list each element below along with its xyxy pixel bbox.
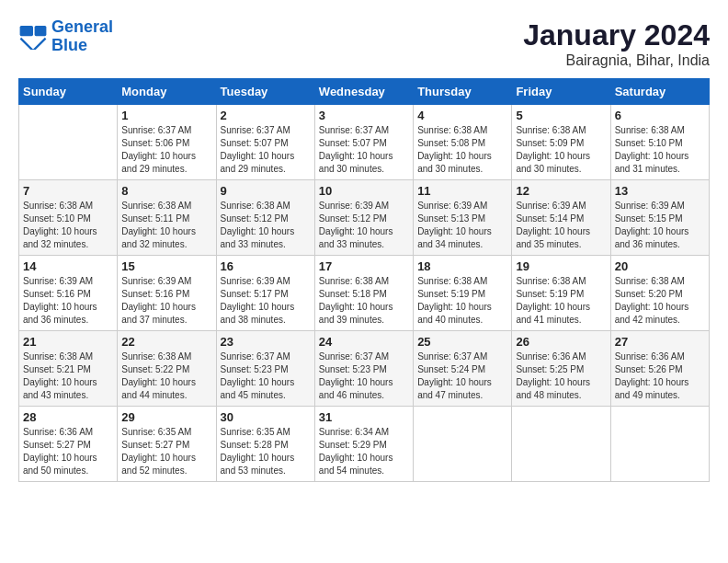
day-info: Sunrise: 6:38 AM Sunset: 5:10 PM Dayligh… [615,124,705,176]
day-number: 2 [221,109,311,122]
header-sunday: Sunday [19,79,118,105]
day-number: 8 [121,184,211,198]
calendar-cell: 6Sunrise: 6:38 AM Sunset: 5:10 PM Daylig… [610,105,709,180]
calendar-cell: 4Sunrise: 6:38 AM Sunset: 5:08 PM Daylig… [414,105,512,180]
day-number: 31 [319,410,409,424]
calendar-week-3: 14Sunrise: 6:39 AM Sunset: 5:16 PM Dayli… [19,256,710,331]
day-info: Sunrise: 6:36 AM Sunset: 5:27 PM Dayligh… [23,426,113,477]
day-info: Sunrise: 6:34 AM Sunset: 5:29 PM Dayligh… [319,426,409,477]
day-number: 5 [516,109,606,122]
header-wednesday: Wednesday [314,79,413,105]
day-number: 26 [516,335,606,349]
calendar-body: 1Sunrise: 6:37 AM Sunset: 5:06 PM Daylig… [19,105,710,482]
day-number: 15 [121,259,211,273]
day-number: 16 [221,259,311,273]
day-number: 25 [417,335,507,349]
day-number: 4 [417,109,507,122]
day-number: 28 [23,410,113,424]
calendar-cell [19,105,118,180]
day-info: Sunrise: 6:38 AM Sunset: 5:12 PM Dayligh… [221,200,311,251]
calendar-cell: 13Sunrise: 6:39 AM Sunset: 5:15 PM Dayli… [610,180,709,256]
calendar-cell: 28Sunrise: 6:36 AM Sunset: 5:27 PM Dayli… [19,407,118,482]
calendar-cell: 5Sunrise: 6:38 AM Sunset: 5:09 PM Daylig… [512,105,610,180]
calendar-cell: 27Sunrise: 6:36 AM Sunset: 5:26 PM Dayli… [610,331,709,407]
day-info: Sunrise: 6:37 AM Sunset: 5:07 PM Dayligh… [319,124,409,176]
calendar-week-2: 7Sunrise: 6:38 AM Sunset: 5:10 PM Daylig… [19,180,710,256]
header-thursday: Thursday [414,79,512,105]
day-number: 12 [516,184,606,198]
day-info: Sunrise: 6:38 AM Sunset: 5:10 PM Dayligh… [23,200,113,251]
day-number: 14 [23,259,113,273]
calendar-cell: 16Sunrise: 6:39 AM Sunset: 5:17 PM Dayli… [216,256,314,331]
day-info: Sunrise: 6:38 AM Sunset: 5:11 PM Dayligh… [121,200,211,251]
day-info: Sunrise: 6:38 AM Sunset: 5:20 PM Dayligh… [615,275,705,327]
header-saturday: Saturday [610,79,709,105]
day-number: 19 [516,259,606,273]
header-friday: Friday [512,79,610,105]
calendar-cell: 19Sunrise: 6:38 AM Sunset: 5:19 PM Dayli… [512,256,610,331]
calendar-cell: 10Sunrise: 6:39 AM Sunset: 5:12 PM Dayli… [314,180,413,256]
day-info: Sunrise: 6:36 AM Sunset: 5:25 PM Dayligh… [516,350,606,402]
day-info: Sunrise: 6:39 AM Sunset: 5:13 PM Dayligh… [417,200,507,251]
calendar-cell: 3Sunrise: 6:37 AM Sunset: 5:07 PM Daylig… [314,105,413,180]
day-info: Sunrise: 6:39 AM Sunset: 5:14 PM Dayligh… [516,200,606,251]
day-number: 10 [319,184,409,198]
day-info: Sunrise: 6:38 AM Sunset: 5:08 PM Dayligh… [417,124,507,176]
day-info: Sunrise: 6:38 AM Sunset: 5:19 PM Dayligh… [417,275,507,327]
calendar-cell: 8Sunrise: 6:38 AM Sunset: 5:11 PM Daylig… [118,180,216,256]
svg-rect-0 [20,26,33,36]
day-info: Sunrise: 6:35 AM Sunset: 5:28 PM Dayligh… [221,426,311,477]
day-number: 22 [121,335,211,349]
calendar-week-1: 1Sunrise: 6:37 AM Sunset: 5:06 PM Daylig… [19,105,710,180]
calendar-cell: 9Sunrise: 6:38 AM Sunset: 5:12 PM Daylig… [216,180,314,256]
day-number: 11 [417,184,507,198]
logo: General Blue [18,18,113,55]
calendar-cell: 14Sunrise: 6:39 AM Sunset: 5:16 PM Dayli… [19,256,118,331]
calendar-cell: 1Sunrise: 6:37 AM Sunset: 5:06 PM Daylig… [118,105,216,180]
calendar-cell [414,407,512,482]
day-info: Sunrise: 6:37 AM Sunset: 5:23 PM Dayligh… [221,350,311,402]
calendar-cell: 25Sunrise: 6:37 AM Sunset: 5:24 PM Dayli… [414,331,512,407]
day-number: 18 [417,259,507,273]
calendar-cell: 7Sunrise: 6:38 AM Sunset: 5:10 PM Daylig… [19,180,118,256]
day-number: 7 [23,184,113,198]
day-number: 3 [319,109,409,122]
calendar-cell: 29Sunrise: 6:35 AM Sunset: 5:27 PM Dayli… [118,407,216,482]
calendar-cell: 26Sunrise: 6:36 AM Sunset: 5:25 PM Dayli… [512,331,610,407]
calendar-title: January 2024 [523,18,710,52]
day-info: Sunrise: 6:37 AM Sunset: 5:06 PM Dayligh… [121,124,211,176]
page-header: General Blue January 2024 Bairagnia, Bih… [18,18,710,69]
title-area: January 2024 Bairagnia, Bihar, India [523,18,710,69]
day-info: Sunrise: 6:38 AM Sunset: 5:18 PM Dayligh… [319,275,409,327]
calendar-cell: 20Sunrise: 6:38 AM Sunset: 5:20 PM Dayli… [610,256,709,331]
day-number: 6 [615,109,705,122]
svg-rect-1 [35,26,47,36]
header-tuesday: Tuesday [216,79,314,105]
calendar-cell: 21Sunrise: 6:38 AM Sunset: 5:21 PM Dayli… [19,331,118,407]
day-number: 1 [121,109,211,122]
day-info: Sunrise: 6:38 AM Sunset: 5:19 PM Dayligh… [516,275,606,327]
header-row: Sunday Monday Tuesday Wednesday Thursday… [19,79,710,105]
day-info: Sunrise: 6:39 AM Sunset: 5:16 PM Dayligh… [23,275,113,327]
day-number: 17 [319,259,409,273]
calendar-cell: 31Sunrise: 6:34 AM Sunset: 5:29 PM Dayli… [314,407,413,482]
calendar-cell: 18Sunrise: 6:38 AM Sunset: 5:19 PM Dayli… [414,256,512,331]
calendar-week-4: 21Sunrise: 6:38 AM Sunset: 5:21 PM Dayli… [19,331,710,407]
header-monday: Monday [118,79,216,105]
calendar-cell: 30Sunrise: 6:35 AM Sunset: 5:28 PM Dayli… [216,407,314,482]
calendar-cell: 17Sunrise: 6:38 AM Sunset: 5:18 PM Dayli… [314,256,413,331]
calendar-cell: 2Sunrise: 6:37 AM Sunset: 5:07 PM Daylig… [216,105,314,180]
day-info: Sunrise: 6:39 AM Sunset: 5:12 PM Dayligh… [319,200,409,251]
calendar-cell: 24Sunrise: 6:37 AM Sunset: 5:23 PM Dayli… [314,331,413,407]
day-info: Sunrise: 6:38 AM Sunset: 5:21 PM Dayligh… [23,350,113,402]
calendar-cell: 12Sunrise: 6:39 AM Sunset: 5:14 PM Dayli… [512,180,610,256]
calendar-cell: 22Sunrise: 6:38 AM Sunset: 5:22 PM Dayli… [118,331,216,407]
calendar-table: Sunday Monday Tuesday Wednesday Thursday… [18,78,710,482]
day-info: Sunrise: 6:39 AM Sunset: 5:17 PM Dayligh… [221,275,311,327]
day-info: Sunrise: 6:37 AM Sunset: 5:23 PM Dayligh… [319,350,409,402]
svg-marker-2 [20,38,47,50]
day-info: Sunrise: 6:38 AM Sunset: 5:22 PM Dayligh… [121,350,211,402]
day-info: Sunrise: 6:37 AM Sunset: 5:24 PM Dayligh… [417,350,507,402]
day-info: Sunrise: 6:39 AM Sunset: 5:15 PM Dayligh… [615,200,705,251]
day-number: 20 [615,259,705,273]
